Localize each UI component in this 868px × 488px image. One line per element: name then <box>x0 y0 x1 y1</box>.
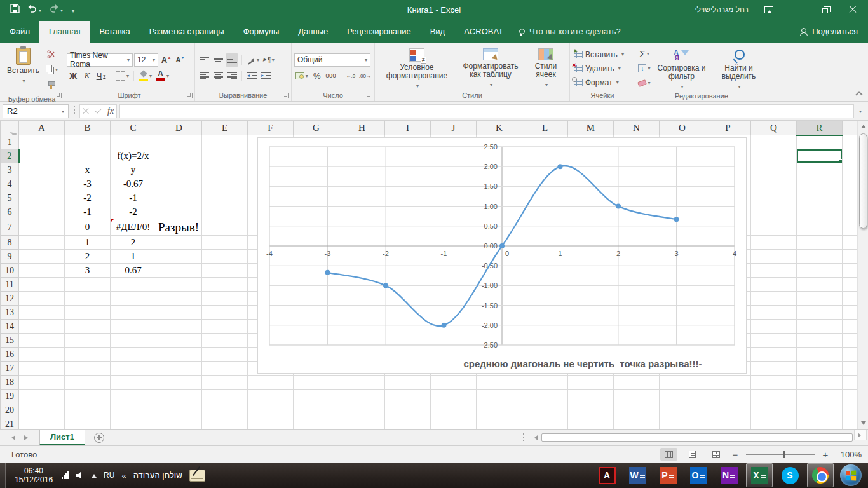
cell-F18[interactable] <box>248 376 294 390</box>
cell-J20[interactable] <box>431 403 477 417</box>
cell-L19[interactable] <box>522 390 568 403</box>
cell-R19[interactable] <box>797 390 843 403</box>
cell-R5[interactable] <box>797 191 843 205</box>
cell-O21[interactable] <box>660 417 705 430</box>
cell-D19[interactable] <box>156 390 202 403</box>
decrease-indent-button[interactable] <box>245 69 258 83</box>
cell-R6[interactable] <box>797 205 843 219</box>
scroll-down-button[interactable] <box>858 417 868 429</box>
underline-button[interactable]: Ч <box>95 69 107 83</box>
insert-cells-button[interactable]: Вставить <box>571 48 634 62</box>
next-sheet-button[interactable] <box>24 435 31 440</box>
column-header-B[interactable]: B <box>65 121 111 135</box>
cell-H21[interactable] <box>339 417 385 430</box>
zoom-out-button[interactable]: − <box>731 449 740 460</box>
cell-Q6[interactable] <box>751 205 797 219</box>
hidden-icons-button[interactable] <box>92 471 97 478</box>
tab-ACROBAT[interactable]: ACROBAT <box>454 21 513 43</box>
row-header-15[interactable]: 15 <box>1 334 19 348</box>
cell-D20[interactable] <box>156 403 202 417</box>
taskbar-onenote[interactable]: N <box>715 463 742 487</box>
zoom-level[interactable]: 100% <box>836 450 862 459</box>
cell-A18[interactable] <box>19 376 65 390</box>
row-header-13[interactable]: 13 <box>1 306 19 320</box>
zoom-slider-thumb[interactable] <box>783 451 785 458</box>
cell-E18[interactable] <box>202 376 248 390</box>
cell-L18[interactable] <box>522 376 568 390</box>
desktop-toolbar-label[interactable]: שולחן העבודה <box>133 471 182 480</box>
taskbar-excel[interactable]: X <box>746 463 773 487</box>
scroll-up-button[interactable] <box>858 121 868 132</box>
column-header-G[interactable]: G <box>294 121 339 135</box>
enter-button[interactable] <box>95 111 101 112</box>
cell-D13[interactable] <box>156 306 202 320</box>
cell-E10[interactable] <box>202 264 248 278</box>
page-layout-view-button[interactable] <box>684 448 701 461</box>
tell-me-box[interactable]: Что вы хотите сделать? <box>513 21 627 43</box>
cell-I19[interactable] <box>385 390 431 403</box>
taskbar-adobe-reader[interactable]: A <box>593 463 620 487</box>
cell-C16[interactable] <box>111 348 156 362</box>
column-header-K[interactable]: K <box>477 121 522 135</box>
increase-indent-button[interactable] <box>259 69 272 83</box>
cell-Q21[interactable] <box>751 417 797 430</box>
cell-B20[interactable] <box>65 403 111 417</box>
cell-R8[interactable] <box>797 236 843 250</box>
cell-B9[interactable]: 2 <box>65 250 111 264</box>
cell-D11[interactable] <box>156 278 202 292</box>
name-box[interactable]: R2 <box>3 104 69 118</box>
cell-R15[interactable] <box>797 334 843 348</box>
row-header-16[interactable]: 16 <box>1 348 19 362</box>
cell-Q5[interactable] <box>751 191 797 205</box>
horizontal-scrollbar[interactable] <box>529 432 854 443</box>
taskbar-skype[interactable]: S <box>776 463 803 487</box>
cell-R21[interactable] <box>797 417 843 430</box>
cell-C7[interactable]: #ДЕЛ/0! <box>111 219 156 236</box>
cell-B5[interactable]: -2 <box>65 191 111 205</box>
column-header-M[interactable]: M <box>568 121 614 135</box>
cell-M21[interactable] <box>568 417 614 430</box>
cell-A6[interactable] <box>19 205 65 219</box>
column-header-E[interactable]: E <box>202 121 248 135</box>
percent-style-button[interactable]: % <box>311 69 323 83</box>
cell-N18[interactable] <box>614 376 660 390</box>
row-header-21[interactable]: 21 <box>1 417 19 430</box>
minimize-button[interactable] <box>789 3 804 17</box>
row-header-7[interactable]: 7 <box>1 219 19 236</box>
cell-G21[interactable] <box>294 417 339 430</box>
column-header-I[interactable]: I <box>385 121 431 135</box>
italic-button[interactable]: К <box>81 69 93 83</box>
cell-Q4[interactable] <box>751 177 797 191</box>
font-size-combo[interactable]: 12 <box>134 53 158 67</box>
cell-C5[interactable]: -1 <box>111 191 156 205</box>
align-center-button[interactable] <box>212 69 224 83</box>
cell-G18[interactable] <box>294 376 339 390</box>
cell-A2[interactable] <box>19 149 65 163</box>
cell-A15[interactable] <box>19 334 65 348</box>
cell-E7[interactable] <box>202 219 248 236</box>
save-icon[interactable] <box>10 4 20 15</box>
text-direction-button[interactable] <box>262 53 276 67</box>
cell-Q20[interactable] <box>751 403 797 417</box>
tab-Вид[interactable]: Вид <box>421 21 455 43</box>
column-header-Q[interactable]: Q <box>751 121 797 135</box>
cell-styles-button[interactable]: Стили ячеек <box>526 45 566 89</box>
accounting-format-button[interactable] <box>294 69 309 83</box>
cell-E12[interactable] <box>202 292 248 306</box>
sort-filter-button[interactable]: АЯ Сортировка и фильтр <box>652 45 712 91</box>
add-sheet-button[interactable] <box>94 433 104 443</box>
number-format-combo[interactable]: Общий <box>294 53 370 67</box>
toolbar-chevron[interactable]: « <box>121 471 126 480</box>
cell-A11[interactable] <box>19 278 65 292</box>
cell-C11[interactable] <box>111 278 156 292</box>
cell-C19[interactable] <box>111 390 156 403</box>
cell-B2[interactable] <box>65 149 111 163</box>
cell-H19[interactable] <box>339 390 385 403</box>
taskbar-powerpoint[interactable]: P <box>654 463 681 487</box>
cell-A8[interactable] <box>19 236 65 250</box>
cell-Q9[interactable] <box>751 250 797 264</box>
cell-J19[interactable] <box>431 390 477 403</box>
cell-B19[interactable] <box>65 390 111 403</box>
cell-O20[interactable] <box>660 403 705 417</box>
row-header-17[interactable]: 17 <box>1 362 19 376</box>
